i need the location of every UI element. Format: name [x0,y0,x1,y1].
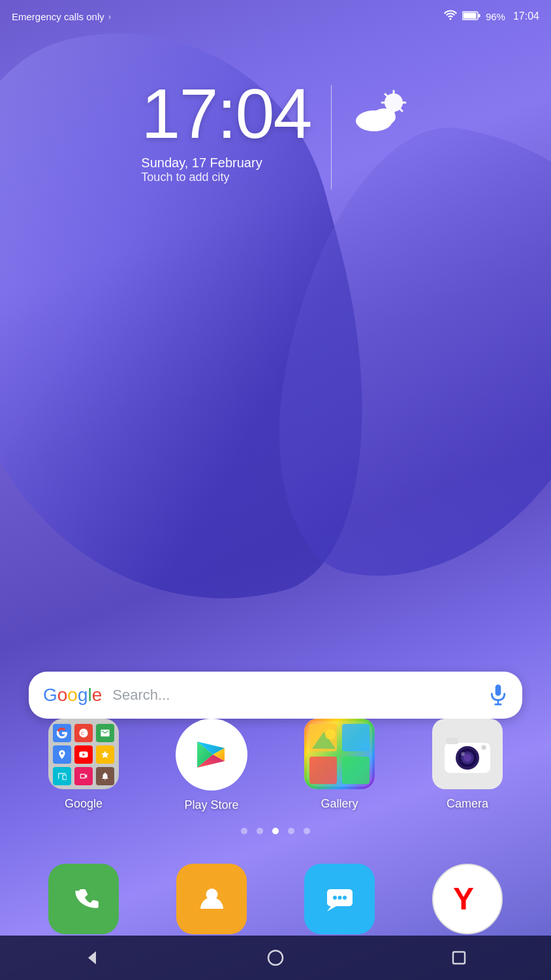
app-item-gallery[interactable]: Gallery [287,719,392,812]
camera-label: Camera [447,797,488,811]
mic-icon[interactable] [488,685,508,705]
weather-section[interactable] [351,78,410,140]
svg-text:Y: Y [453,881,474,916]
date-display: Sunday, 17 February [141,155,262,171]
yandex-icon[interactable]: Y [432,864,503,934]
svg-rect-19 [342,724,370,751]
nav-recent-button[interactable] [439,938,479,977]
play-store-label: Play Store [184,798,238,812]
search-bar[interactable]: Google Search... [29,672,522,719]
svg-point-38 [338,896,341,900]
app-grid: C [0,719,551,853]
svg-point-23 [325,729,336,740]
nav-back-button[interactable] [72,938,112,977]
gallery-icon[interactable] [304,719,375,789]
status-bar: Emergency calls only › 96% 17:04 [0,0,551,33]
svg-rect-13 [496,685,501,696]
svg-point-33 [461,752,465,756]
battery-percent: 96% [486,11,505,22]
app-item-google[interactable]: C [31,719,136,812]
contacts-icon[interactable] [176,864,247,934]
camera-icon[interactable] [432,719,503,789]
dock: Y [0,864,551,934]
time-section: 17:04 Sunday, 17 February Touch to add c… [141,78,311,184]
svg-rect-2 [478,14,480,17]
page-dot-2[interactable] [272,828,279,834]
page-dots [241,828,310,834]
app-item-camera[interactable]: Camera [415,719,520,812]
phone-icon[interactable] [48,864,119,934]
signal-icon: › [108,12,111,22]
dock-item-yandex[interactable]: Y [432,864,503,934]
page-dot-4[interactable] [304,828,310,834]
svg-line-9 [400,108,402,111]
svg-rect-30 [447,738,458,744]
nav-bar [0,936,551,980]
google-logo: Google [43,685,102,706]
battery-icon [462,11,480,22]
svg-rect-21 [342,757,370,784]
play-store-icon[interactable] [176,719,247,791]
svg-marker-36 [327,906,336,911]
app-row: C [0,719,551,812]
status-icons: 96% 17:04 [444,10,539,24]
city-prompt[interactable]: Touch to add city [141,171,229,184]
emergency-text: Emergency calls only [12,11,104,22]
dock-item-phone[interactable] [48,864,119,934]
time-display: 17:04 [141,78,311,149]
dock-item-contacts[interactable] [176,864,247,934]
clock-area[interactable]: 17:04 Sunday, 17 February Touch to add c… [0,78,551,189]
clock-status: 17:04 [513,10,539,22]
gallery-label: Gallery [321,797,358,811]
page-dot-0[interactable] [241,828,247,834]
wifi-icon [444,10,457,24]
svg-line-8 [385,94,388,97]
svg-point-11 [372,108,396,125]
nav-home-button[interactable] [256,938,295,977]
weather-icon [351,88,410,140]
svg-point-32 [482,746,486,749]
svg-rect-20 [309,757,337,784]
app-item-playstore[interactable]: Play Store [159,719,264,812]
clock-divider [331,85,332,189]
google-folder-label: Google [65,797,102,811]
svg-text:C: C [81,731,84,736]
status-emergency: Emergency calls only › [12,11,111,22]
google-folder-icon[interactable]: C [48,719,119,789]
svg-marker-41 [88,951,96,964]
svg-point-29 [464,754,471,762]
svg-rect-43 [453,952,465,964]
svg-point-37 [333,896,337,900]
messages-icon[interactable] [304,864,375,934]
page-dot-3[interactable] [288,828,294,834]
svg-rect-1 [463,12,476,18]
page-dot-1[interactable] [257,828,263,834]
svg-point-39 [343,896,347,900]
search-input[interactable]: Search... [112,687,488,704]
svg-point-12 [359,114,375,127]
dock-item-messages[interactable] [304,864,375,934]
svg-point-42 [268,951,283,965]
